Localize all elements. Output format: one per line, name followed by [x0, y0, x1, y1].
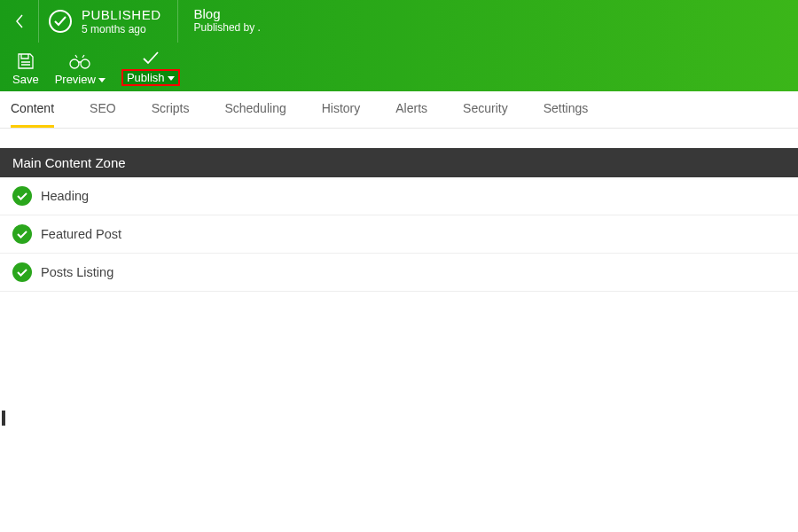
check-circle-icon	[12, 186, 32, 206]
content-row-heading[interactable]: Heading	[0, 177, 798, 215]
caret-down-icon	[98, 78, 106, 82]
status-title: PUBLISHED	[82, 7, 161, 23]
svg-point-3	[12, 186, 32, 206]
save-button[interactable]: Save	[11, 50, 41, 88]
svg-point-4	[12, 224, 32, 244]
binoculars-icon	[69, 53, 90, 69]
content-row-posts[interactable]: Posts Listing	[0, 254, 798, 292]
page-subtitle: Published by .	[194, 21, 261, 34]
back-button[interactable]	[0, 0, 39, 43]
tab-alerts[interactable]: Alerts	[395, 91, 427, 128]
tab-scripts[interactable]: Scripts	[152, 91, 190, 128]
page-title-block: Blog Published by .	[178, 0, 277, 43]
content-row-label: Featured Post	[41, 227, 121, 241]
publish-status: PUBLISHED 5 months ago	[39, 0, 178, 43]
check-icon	[141, 50, 160, 66]
content-row-label: Heading	[41, 189, 89, 203]
save-label: Save	[12, 73, 39, 86]
publish-label: Publish	[121, 69, 180, 86]
svg-point-5	[12, 262, 32, 282]
section-header: Main Content Zone	[0, 148, 798, 177]
svg-point-1	[70, 59, 79, 68]
tab-history[interactable]: History	[322, 91, 361, 128]
publish-button[interactable]: Publish	[120, 46, 182, 88]
tab-security[interactable]: Security	[463, 91, 508, 128]
svg-point-0	[50, 11, 71, 32]
page-title: Blog	[194, 6, 261, 21]
chevron-left-icon	[12, 12, 27, 31]
tab-seo[interactable]: SEO	[90, 91, 116, 128]
content-row-featured[interactable]: Featured Post	[0, 215, 798, 254]
tab-content[interactable]: Content	[11, 91, 54, 128]
svg-point-2	[81, 59, 90, 68]
check-circle-icon	[48, 9, 73, 34]
tabs-bar: Content SEO Scripts Scheduling History A…	[0, 91, 798, 129]
save-icon	[17, 52, 35, 70]
collapsed-panel-handle[interactable]	[2, 411, 5, 426]
caret-down-icon	[168, 76, 175, 81]
check-circle-icon	[12, 224, 32, 244]
preview-label: Preview	[55, 73, 106, 86]
tab-scheduling[interactable]: Scheduling	[224, 91, 286, 128]
status-time: 5 months ago	[82, 23, 161, 35]
content-row-label: Posts Listing	[41, 265, 113, 279]
check-circle-icon	[12, 262, 32, 282]
preview-button[interactable]: Preview	[53, 50, 107, 88]
tab-settings[interactable]: Settings	[544, 91, 589, 128]
